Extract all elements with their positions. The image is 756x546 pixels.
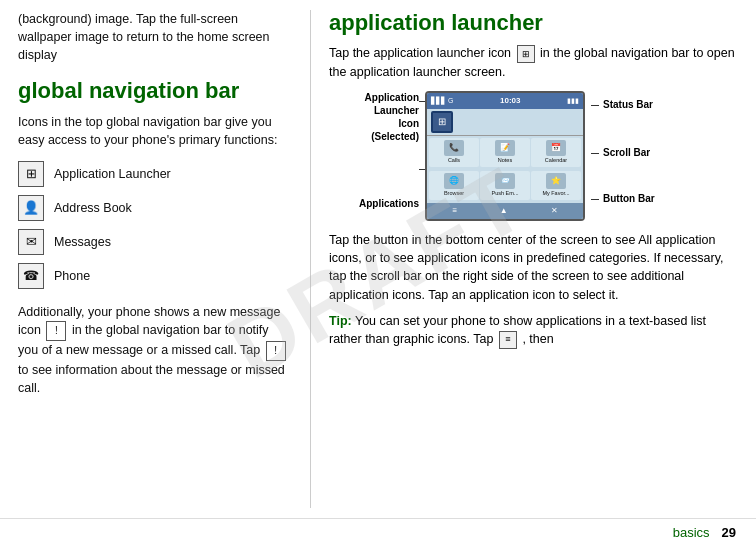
app-item-favorites[interactable]: ⭐ My Favor... bbox=[531, 171, 581, 200]
browser-icon: 🌐 bbox=[444, 173, 464, 189]
status-icons: ▋▋▋ G bbox=[431, 96, 453, 106]
address-book-icon: 👤 bbox=[18, 195, 44, 221]
phone-icon: ☎ bbox=[18, 263, 44, 289]
intro-text: (background) image. Tap the full-screen … bbox=[18, 10, 290, 64]
applications-label: Applications bbox=[329, 197, 419, 210]
phone-mockup: ▋▋▋ G 10:03 ▮▮▮ ⊞ bbox=[425, 91, 585, 221]
section-name: basics bbox=[673, 525, 710, 540]
section-description: Icons in the top global navigation bar g… bbox=[18, 113, 290, 149]
notes-icon: 📝 bbox=[495, 140, 515, 156]
list-item: ✉ Messages bbox=[18, 229, 290, 255]
app-launcher-label: ApplicationLauncherIcon(Selected) bbox=[329, 91, 419, 143]
calls-icon: 📞 bbox=[444, 140, 464, 156]
apps-grid-row2: 🌐 Browser 📨 Push Em... ⭐ My Favor... bbox=[427, 169, 583, 202]
push-em-icon: 📨 bbox=[495, 173, 515, 189]
signal-icon: ▋▋▋ bbox=[431, 96, 446, 106]
messages-icon: ✉ bbox=[18, 229, 44, 255]
diagram-area: ApplicationLauncherIcon(Selected) Applic… bbox=[329, 91, 738, 221]
icon-label: Messages bbox=[54, 233, 111, 251]
right-column: application launcher Tap the application… bbox=[311, 0, 756, 518]
phone-status-bar: ▋▋▋ G 10:03 ▮▮▮ bbox=[427, 93, 583, 109]
diagram-labels-right: Status Bar Scroll Bar Button Bar bbox=[591, 91, 666, 211]
favorites-icon: ⭐ bbox=[546, 173, 566, 189]
page-info: basics 29 bbox=[673, 525, 736, 540]
network-icon: G bbox=[448, 96, 453, 106]
menu-btn: ≡ bbox=[452, 205, 457, 217]
icon-list: ⊞ Application Launcher 👤 Address Book ✉ … bbox=[18, 161, 290, 289]
selected-app-icon: ⊞ bbox=[431, 111, 453, 133]
notification-icon-inline2: ! bbox=[266, 341, 286, 361]
left-column: (background) image. Tap the full-screen … bbox=[0, 0, 310, 518]
phone-button-bar: ≡ ▲ ✕ bbox=[427, 203, 583, 219]
status-bar-label: Status Bar bbox=[591, 99, 666, 111]
page-number: 29 bbox=[722, 525, 736, 540]
close-btn: ✕ bbox=[551, 205, 558, 217]
app-item-push-em[interactable]: 📨 Push Em... bbox=[480, 171, 530, 200]
icon-label: Address Book bbox=[54, 199, 132, 217]
calendar-icon: 📅 bbox=[546, 140, 566, 156]
icon-label: Application Launcher bbox=[54, 165, 171, 183]
global-nav-bar-title: global navigation bar bbox=[18, 78, 290, 104]
app-item-calendar[interactable]: 📅 Calendar bbox=[531, 138, 581, 167]
app-item-calls[interactable]: 📞 Calls bbox=[429, 138, 479, 167]
additional-text: Additionally, your phone shows a new mes… bbox=[18, 303, 290, 397]
app-item-notes[interactable]: 📝 Notes bbox=[480, 138, 530, 167]
right-intro-text: Tap the application launcher icon ⊞ in t… bbox=[329, 44, 738, 81]
app-launcher-icon: ⊞ bbox=[18, 161, 44, 187]
footer: basics 29 bbox=[0, 518, 756, 546]
launcher-icon-inline: ⊞ bbox=[517, 45, 535, 63]
app-item-browser[interactable]: 🌐 Browser bbox=[429, 171, 479, 200]
app-launcher-title: application launcher bbox=[329, 10, 738, 36]
tip-paragraph: Tip: You can set your phone to show appl… bbox=[329, 312, 738, 349]
phone-screen: ▋▋▋ G 10:03 ▮▮▮ ⊞ bbox=[425, 91, 585, 221]
diagram-labels-left: ApplicationLauncherIcon(Selected) Applic… bbox=[329, 91, 419, 214]
scroll-bar-label: Scroll Bar bbox=[591, 147, 666, 159]
tip-icon-inline: ≡ bbox=[499, 331, 517, 349]
page-container: (background) image. Tap the full-screen … bbox=[0, 0, 756, 546]
icon-label: Phone bbox=[54, 267, 90, 285]
bottom-description: Tap the button in the bottom center of t… bbox=[329, 231, 738, 304]
tip-label: Tip: bbox=[329, 314, 352, 328]
list-item: 👤 Address Book bbox=[18, 195, 290, 221]
button-bar-label: Button Bar bbox=[591, 193, 666, 205]
notification-icon-inline: ! bbox=[46, 321, 66, 341]
list-item: ☎ Phone bbox=[18, 263, 290, 289]
up-btn: ▲ bbox=[500, 205, 508, 217]
apps-grid-row1: 📞 Calls 📝 Notes 📅 Calendar bbox=[427, 136, 583, 169]
list-item: ⊞ Application Launcher bbox=[18, 161, 290, 187]
battery-icon: ▮▮▮ bbox=[567, 96, 579, 106]
phone-time: 10:03 bbox=[500, 95, 520, 107]
content-area: (background) image. Tap the full-screen … bbox=[0, 0, 756, 518]
